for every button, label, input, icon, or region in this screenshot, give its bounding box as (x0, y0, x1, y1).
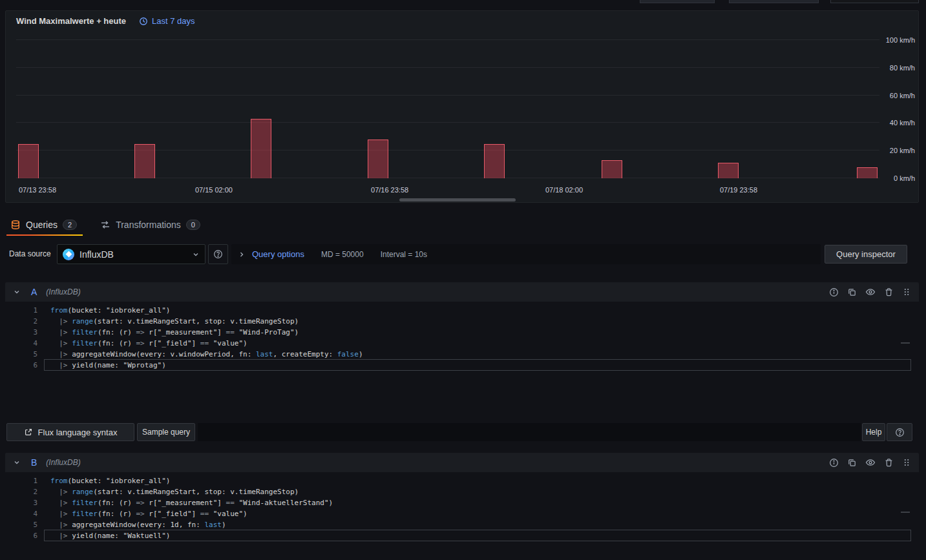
info-circle-icon[interactable] (829, 458, 839, 468)
flux-language-syntax-button[interactable]: Flux language syntax (6, 423, 134, 441)
wind-chart-panel: Wind Maximalwerte + heute Last 7 days 0 … (5, 10, 919, 203)
query-row-b: B (InfluxDB) (5, 453, 919, 560)
flux-code-editor-b[interactable]: 123456 from(bucket: "iobroker_all") |> r… (5, 472, 919, 560)
overview-ruler-marker (901, 512, 910, 513)
y-axis: 0 km/h20 km/h40 km/h60 km/h80 km/h100 km… (879, 40, 915, 178)
x-axis-label: 07/19 23:58 (720, 186, 757, 194)
topbar-button-1[interactable] (640, 0, 715, 3)
chart-scrollbar[interactable] (399, 198, 516, 202)
editor-tabs: Queries 2 Transformations 0 (5, 215, 200, 234)
query-options-label: Query options (252, 249, 304, 259)
flux-code-editor-a[interactable]: 123456 from(bucket: "iobroker_all") |> r… (5, 302, 919, 419)
y-axis-label: 20 km/h (890, 147, 915, 154)
line-number: 6 (5, 360, 37, 371)
datasource-value: InfluxDB (79, 249, 114, 260)
duplicate-query-icon[interactable] (847, 458, 857, 468)
chart-bar[interactable] (718, 163, 739, 178)
line-number: 4 (5, 338, 37, 349)
chevron-right-icon (238, 251, 246, 258)
query-options-toggle[interactable]: Query options MD = 50000 Interval = 10s (231, 244, 821, 264)
trash-icon[interactable] (884, 458, 894, 468)
query-toolbar: Data source InfluxDB (0, 244, 919, 265)
code-content: from(bucket: "iobroker_all") |> range(st… (50, 305, 909, 371)
info-circle-icon[interactable] (829, 287, 839, 297)
query-b-header: B (InfluxDB) (5, 453, 919, 472)
chart-bar[interactable] (251, 119, 271, 178)
collapse-chevron-icon[interactable] (13, 288, 21, 296)
panel-title: Wind Maximalwerte + heute (16, 16, 126, 26)
code-line: |> aggregateWindow(every: 1d, fn: last) (50, 519, 909, 530)
external-link-icon (24, 428, 33, 437)
editor-footer: Flux language syntax Sample query Help (5, 423, 919, 442)
sample-query-button[interactable]: Sample query (137, 423, 195, 441)
x-axis-label: 07/18 02:00 (545, 186, 583, 194)
x-axis-label: 07/15 02:00 (195, 186, 233, 194)
line-number: 3 (5, 497, 37, 508)
line-number-gutter: 123456 (5, 305, 41, 371)
eye-icon[interactable] (865, 457, 876, 468)
tab-transformations-label: Transformations (116, 220, 181, 230)
code-line: |> yield(name: "Wprotag") (50, 360, 909, 371)
x-axis-label: 07/13 23:58 (19, 186, 56, 194)
collapse-chevron-icon[interactable] (13, 459, 21, 466)
chart-bar[interactable] (18, 144, 39, 179)
datasource-help-button[interactable] (208, 244, 228, 264)
topbar-button-2[interactable] (729, 0, 819, 3)
x-axis: 07/13 23:5807/15 02:0007/16 23:5807/18 0… (16, 186, 879, 195)
panel-edit-screen: Wind Maximalwerte + heute Last 7 days 0 … (0, 0, 926, 560)
chart-bar[interactable] (368, 140, 388, 178)
code-line: |> filter(fn: (r) => r["_measurement"] =… (50, 327, 909, 338)
help-button[interactable]: Help (862, 423, 885, 441)
datasource-picker[interactable]: InfluxDB (57, 244, 205, 264)
code-line: |> range(start: v.timeRangeStart, stop: … (50, 316, 909, 327)
query-row-a: A (InfluxDB) (5, 282, 919, 419)
panel-time-range[interactable]: Last 7 days (139, 16, 195, 26)
datasource-label: Data source (9, 244, 51, 265)
question-circle-icon (895, 428, 905, 437)
chart-plot-area (16, 40, 879, 178)
panel-header: Wind Maximalwerte + heute Last 7 days (16, 16, 195, 26)
chevron-down-icon (192, 251, 200, 258)
query-datasource-label: (InfluxDB) (46, 287, 80, 296)
code-line: |> filter(fn: (r) => r["_field"] == "val… (50, 338, 909, 349)
y-axis-label: 80 km/h (890, 64, 915, 72)
line-number: 5 (5, 349, 37, 360)
code-content: from(bucket: "iobroker_all") |> range(st… (50, 475, 909, 541)
line-number: 1 (5, 475, 37, 486)
duplicate-query-icon[interactable] (847, 287, 857, 297)
line-number: 6 (5, 530, 37, 541)
grid-line (16, 67, 879, 68)
drag-handle-icon[interactable] (902, 458, 911, 467)
eye-icon[interactable] (865, 287, 876, 297)
grid-line (16, 122, 879, 123)
query-ref-label: A (31, 287, 37, 297)
line-number: 1 (5, 305, 37, 316)
clock-icon (139, 17, 148, 26)
max-datapoints-value: MD = 50000 (321, 250, 364, 259)
line-number: 4 (5, 508, 37, 519)
drag-handle-icon[interactable] (902, 287, 911, 296)
time-range-label: Last 7 days (152, 16, 195, 26)
tab-queries[interactable]: Queries 2 (10, 215, 77, 234)
interval-value: Interval = 10s (381, 250, 427, 259)
trash-icon[interactable] (884, 287, 894, 297)
footer-question-button[interactable] (887, 423, 912, 441)
tab-transformations[interactable]: Transformations 0 (100, 215, 200, 234)
influxdb-logo-icon (63, 249, 74, 260)
y-axis-label: 0 km/h (894, 174, 915, 182)
query-actions (829, 457, 911, 468)
active-tab-underline (6, 234, 83, 236)
code-line: |> range(start: v.timeRangeStart, stop: … (50, 486, 909, 497)
chart-bar[interactable] (857, 167, 878, 178)
query-actions (829, 287, 911, 297)
tab-queries-label: Queries (26, 220, 58, 230)
chart-bar[interactable] (134, 144, 155, 179)
transformations-count-badge: 0 (186, 220, 200, 230)
code-line: |> yield(name: "Waktuell") (50, 530, 909, 541)
chart-bar[interactable] (602, 160, 622, 178)
query-inspector-button[interactable]: Query inspector (825, 245, 907, 264)
query-ref-label: B (31, 457, 37, 468)
topbar-button-3[interactable] (830, 0, 919, 3)
query-datasource-label: (InfluxDB) (46, 458, 80, 467)
chart-bar[interactable] (484, 144, 505, 179)
